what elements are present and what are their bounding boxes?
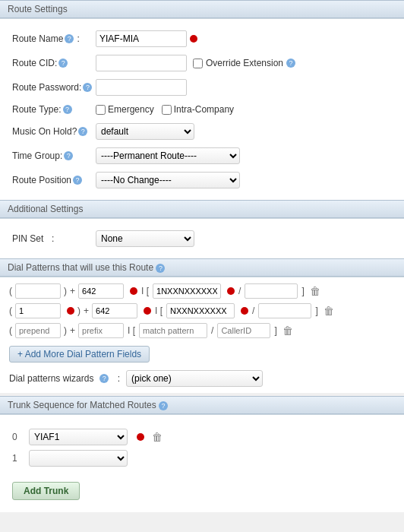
wizard-select[interactable]: (pick one)	[126, 370, 263, 387]
trunk-delete-0[interactable]: 🗑	[150, 431, 164, 443]
dial-pattern-row-0: ( ) + I [ / ] 🗑	[9, 283, 395, 299]
route-name-input[interactable]	[96, 30, 187, 47]
trunk-row-1: 1	[12, 450, 392, 467]
music-on-hold-label: Music On Hold? ?	[12, 126, 96, 137]
route-name-row: Route Name ? :	[0, 27, 404, 51]
route-position-help-icon[interactable]: ?	[73, 176, 82, 185]
route-settings-title: Route Settings	[8, 4, 68, 14]
dp-delete-0[interactable]: 🗑	[308, 285, 322, 297]
dial-patterns-header: Dial Patterns that will use this Route ?	[0, 258, 404, 277]
intra-company-label: Intra-Company	[162, 104, 234, 115]
dp-prepend-dot-1	[67, 307, 74, 315]
override-extension-checkbox[interactable]	[193, 59, 203, 68]
dp-prepend-1[interactable]	[15, 303, 61, 318]
trunk-sequence-title: Trunk Sequence for Matched Routes	[8, 400, 156, 410]
dp-delete-2[interactable]: 🗑	[281, 325, 295, 337]
pin-set-label: PIN Set :	[12, 233, 96, 244]
trunk-dot-0	[137, 433, 144, 441]
time-group-row: Time Group: ? ----Permanent Route----	[0, 144, 404, 168]
route-position-select[interactable]: ----No Change---- Top Bottom	[96, 172, 240, 188]
route-position-row: Route Position ? ----No Change---- Top B…	[0, 168, 404, 192]
dp-delete-1[interactable]: 🗑	[322, 305, 336, 317]
music-on-hold-row: Music On Hold? ? default none custom	[0, 119, 404, 144]
dp-prefix-dot-0	[130, 287, 137, 295]
route-settings-header: Route Settings	[0, 0, 404, 18]
pin-set-row: PIN Set : None	[0, 226, 404, 251]
route-cid-help-icon[interactable]: ?	[58, 59, 68, 68]
add-trunk-button[interactable]: Add Trunk	[12, 482, 80, 500]
route-password-label: Route Password: ?	[12, 82, 96, 93]
dp-prepend-0[interactable]	[15, 283, 61, 299]
wizard-row: Dial patterns wizards ? : (pick one)	[9, 370, 395, 387]
route-name-help-icon[interactable]: ?	[65, 34, 74, 43]
trunk-select-1[interactable]	[29, 450, 128, 467]
additional-settings-header: Additional Settings	[0, 200, 404, 218]
intra-company-checkbox[interactable]	[162, 105, 172, 115]
trunk-sequence-help-icon[interactable]: ?	[159, 401, 168, 410]
route-cid-input[interactable]	[96, 55, 187, 71]
dp-prefix-1[interactable]	[92, 303, 137, 318]
dial-patterns-help-icon[interactable]: ?	[156, 264, 165, 273]
route-cid-label: Route CID: ?	[12, 58, 96, 68]
trunk-row-0: 0 YIAF1 🗑	[12, 429, 392, 445]
dp-match-0[interactable]	[153, 283, 221, 299]
trunk-index-1: 1	[12, 453, 23, 464]
dp-match-dot-1	[241, 307, 248, 315]
music-on-hold-select[interactable]: default none custom	[96, 123, 194, 140]
route-name-dot	[190, 35, 197, 43]
route-password-input[interactable]	[96, 79, 187, 96]
time-group-select[interactable]: ----Permanent Route----	[96, 147, 240, 164]
dp-callerid-2[interactable]	[217, 323, 270, 338]
dp-prepend-2[interactable]	[15, 323, 61, 338]
route-password-row: Route Password: ?	[0, 75, 404, 100]
dp-callerid-1[interactable]	[258, 303, 311, 318]
dp-prefix-0[interactable]	[78, 283, 124, 299]
route-type-label: Route Type: ?	[12, 104, 96, 115]
time-group-label: Time Group: ?	[12, 150, 96, 161]
route-name-label: Route Name ? :	[12, 33, 96, 44]
dial-patterns-title: Dial Patterns that will use this Route	[8, 262, 153, 273]
add-dial-pattern-button[interactable]: + Add More Dial Pattern Fields	[9, 346, 150, 363]
route-password-help-icon[interactable]: ?	[83, 83, 92, 92]
dial-patterns-section: ( ) + I [ / ] 🗑 ( ) + I [ / ] 🗑 ( ) +	[0, 277, 404, 393]
emergency-label: Emergency	[96, 104, 154, 115]
dp-match-2[interactable]	[139, 323, 207, 338]
override-extension-container: Override Extension ?	[193, 58, 295, 68]
override-extension-label: Override Extension	[206, 58, 283, 68]
dp-prefix-dot-1	[144, 307, 151, 315]
override-extension-help-icon[interactable]: ?	[286, 59, 295, 68]
dial-pattern-row-2: ( ) + I [ / ] 🗑	[9, 323, 395, 338]
dp-prefix-2[interactable]	[78, 323, 124, 338]
trunk-sequence-header: Trunk Sequence for Matched Routes ?	[0, 396, 404, 414]
trunk-index-0: 0	[12, 432, 23, 442]
additional-settings-title: Additional Settings	[8, 204, 83, 214]
emergency-checkbox[interactable]	[96, 105, 106, 115]
time-group-help-icon[interactable]: ?	[64, 151, 73, 160]
route-type-row: Route Type: ? Emergency Intra-Company	[0, 100, 404, 119]
trunk-table: 0 YIAF1 🗑 1	[0, 423, 404, 477]
route-type-help-icon[interactable]: ?	[63, 105, 72, 114]
wizard-label: Dial patterns wizards	[9, 373, 93, 384]
dp-match-dot-0	[227, 287, 235, 295]
dp-callerid-0[interactable]	[245, 283, 298, 299]
route-cid-row: Route CID: ? Override Extension ?	[0, 51, 404, 75]
dial-pattern-row-1: ( ) + I [ / ] 🗑	[9, 303, 395, 318]
route-position-label: Route Position ?	[12, 175, 96, 185]
wizard-help-icon[interactable]: ?	[99, 374, 109, 383]
dp-match-1[interactable]	[166, 303, 235, 318]
pin-set-select[interactable]: None	[96, 230, 194, 247]
trunk-select-0[interactable]: YIAF1	[29, 429, 128, 445]
music-on-hold-help-icon[interactable]: ?	[78, 127, 87, 136]
